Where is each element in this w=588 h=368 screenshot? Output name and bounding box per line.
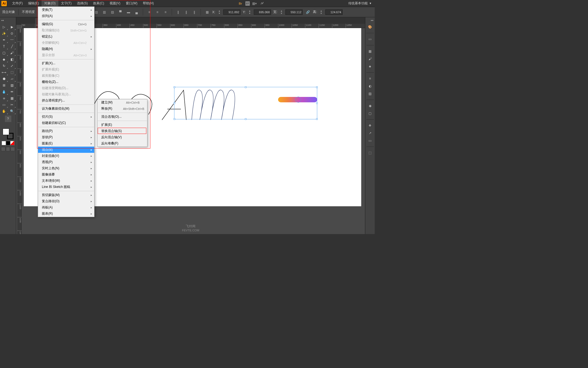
pen-tool[interactable]: ✒: [0, 37, 8, 43]
menu-item[interactable]: 栅格化(Z)...: [38, 79, 94, 85]
collapse-icon[interactable]: ◂◂: [1, 19, 4, 22]
curvature-tool[interactable]: 〰: [8, 37, 16, 43]
slice-tool[interactable]: ✂: [8, 102, 16, 108]
menu-type[interactable]: 文字(T): [58, 0, 74, 7]
align-top-icon[interactable]: ▀: [117, 9, 123, 15]
graphic-styles-panel-icon[interactable]: ▢: [366, 110, 374, 117]
handle-mr[interactable]: [316, 102, 318, 104]
fill-swatch[interactable]: [3, 129, 9, 135]
symbol-sprayer-tool[interactable]: ⚹: [0, 95, 8, 102]
menu-select[interactable]: 选择(S): [74, 0, 90, 7]
unknown-tool[interactable]: ?: [5, 116, 11, 122]
gradient-anchor[interactable]: [295, 97, 301, 103]
color-mode-gradient[interactable]: [6, 141, 10, 145]
line-tool[interactable]: ╱: [8, 43, 16, 50]
menu-item[interactable]: 图像描摹: [38, 171, 94, 178]
transparency-panel-icon[interactable]: ▨: [366, 90, 374, 97]
eyedropper-tool[interactable]: 💧: [0, 89, 8, 95]
menu-effect[interactable]: 效果(C): [90, 0, 107, 7]
handle-br[interactable]: [316, 118, 318, 120]
menu-window[interactable]: 窗口(W): [123, 0, 140, 7]
menu-item[interactable]: 替换混合轴(S): [97, 128, 147, 134]
handle-tl[interactable]: [174, 86, 175, 88]
distribute-2-icon[interactable]: ≡: [154, 9, 160, 15]
menu-item[interactable]: 混合选项(O)...: [97, 114, 147, 120]
stroke-panel-icon[interactable]: ≡: [366, 75, 374, 82]
distribute-5-icon[interactable]: ‖: [183, 9, 189, 15]
menu-file[interactable]: 文件(F): [9, 0, 25, 7]
paintbrush-tool[interactable]: 🖌: [8, 50, 16, 56]
menu-item[interactable]: 实时上色(N): [38, 165, 94, 171]
align-bottom-icon[interactable]: ▄: [134, 9, 140, 15]
menu-item[interactable]: 切片(S): [38, 114, 94, 120]
handle-tm[interactable]: [245, 86, 246, 88]
menu-item[interactable]: 图表(R): [38, 211, 94, 217]
zoom-tool[interactable]: 🔍: [8, 108, 16, 114]
menu-item[interactable]: 透视(P): [38, 159, 94, 165]
handle-ml[interactable]: [174, 102, 175, 104]
y-input[interactable]: [254, 9, 271, 15]
free-transform-tool[interactable]: ⬚: [8, 69, 16, 76]
properties-panel-icon[interactable]: ▭: [366, 36, 374, 42]
artboard-tool[interactable]: ▭: [0, 102, 8, 108]
menu-item[interactable]: 封套扭曲(V): [38, 153, 94, 159]
link-wh-icon[interactable]: 🔗: [305, 9, 311, 15]
h-input[interactable]: [325, 9, 343, 15]
scale-tool[interactable]: ⤢: [8, 63, 16, 69]
rectangle-tool[interactable]: ▢: [0, 50, 8, 56]
menu-item[interactable]: 图案(E): [38, 140, 94, 147]
perspective-tool[interactable]: ▱: [8, 76, 16, 82]
gradient-tool[interactable]: ▨: [8, 82, 16, 89]
draw-behind[interactable]: [6, 147, 10, 151]
draw-inside[interactable]: [11, 147, 15, 151]
menu-item[interactable]: 形状(P): [38, 134, 94, 140]
menu-item[interactable]: 隐藏(H): [38, 46, 94, 52]
collapse-icon[interactable]: ▸▸: [371, 19, 374, 22]
menu-item[interactable]: 混合(B): [38, 147, 94, 153]
magic-wand-tool[interactable]: ✨: [0, 30, 8, 37]
menu-item[interactable]: 扩展(E): [97, 122, 147, 128]
type-tool[interactable]: T: [0, 43, 8, 50]
selection-tool[interactable]: ▷: [0, 24, 8, 30]
align-hcenter-icon[interactable]: ▥: [101, 9, 107, 15]
workspace-switcher[interactable]: 传统基本功能 ▾: [346, 1, 373, 6]
asset-export-panel-icon[interactable]: ↗: [366, 130, 374, 136]
layers-panel-icon[interactable]: ❖: [366, 122, 374, 129]
color-mode-none[interactable]: [10, 141, 15, 145]
align-vcenter-icon[interactable]: ▬: [126, 9, 131, 15]
width-tool[interactable]: ⟷: [0, 69, 8, 76]
menu-object[interactable]: 对象(O): [42, 0, 58, 7]
menu-item[interactable]: 建立(M)Alt+Ctrl+B: [97, 99, 147, 106]
symbols-panel-icon[interactable]: ♣: [366, 63, 374, 70]
w-input[interactable]: [285, 9, 303, 15]
bridge-icon[interactable]: Br: [238, 1, 243, 6]
menu-item[interactable]: 排列(A): [38, 13, 94, 19]
rotate-tool[interactable]: ↻: [0, 63, 8, 69]
libraries-panel-icon[interactable]: ⬚: [366, 150, 374, 156]
menu-item[interactable]: 拼合透明度(F)...: [38, 97, 94, 104]
menu-item[interactable]: 剪切蒙版(M): [38, 192, 94, 198]
menu-item[interactable]: 复合路径(O): [38, 198, 94, 204]
mesh-tool[interactable]: ⊞: [0, 82, 8, 89]
menu-item[interactable]: 设为像素级优化(M): [38, 106, 94, 112]
menu-edit[interactable]: 编辑(E): [25, 0, 42, 7]
fill-stroke-swatch[interactable]: [3, 129, 13, 139]
appearance-panel-icon[interactable]: ◉: [366, 103, 374, 109]
shape-builder-tool[interactable]: ⬢: [0, 76, 8, 82]
color-mode-solid[interactable]: [2, 141, 6, 145]
gpu-icon[interactable]: 🗲: [259, 1, 265, 6]
x-input[interactable]: [223, 9, 241, 15]
brushes-panel-icon[interactable]: 🖌: [366, 56, 374, 62]
menu-item[interactable]: 文本绕排(W): [38, 178, 94, 184]
handle-tr[interactable]: [316, 86, 318, 88]
stepper-icon[interactable]: ▲▼: [216, 9, 222, 15]
graph-tool[interactable]: ▦: [8, 95, 16, 102]
draw-normal[interactable]: [1, 147, 5, 151]
menu-item[interactable]: 画板(A): [38, 204, 94, 211]
swatches-panel-icon[interactable]: ▦: [366, 48, 374, 55]
arrange-docs-icon[interactable]: ▦▾: [252, 1, 257, 6]
menu-help[interactable]: 帮助(H): [140, 0, 157, 7]
stepper-icon[interactable]: ▲▼: [247, 9, 253, 15]
distribute-3-icon[interactable]: ≡: [163, 9, 168, 15]
handle-bl[interactable]: [174, 118, 175, 120]
